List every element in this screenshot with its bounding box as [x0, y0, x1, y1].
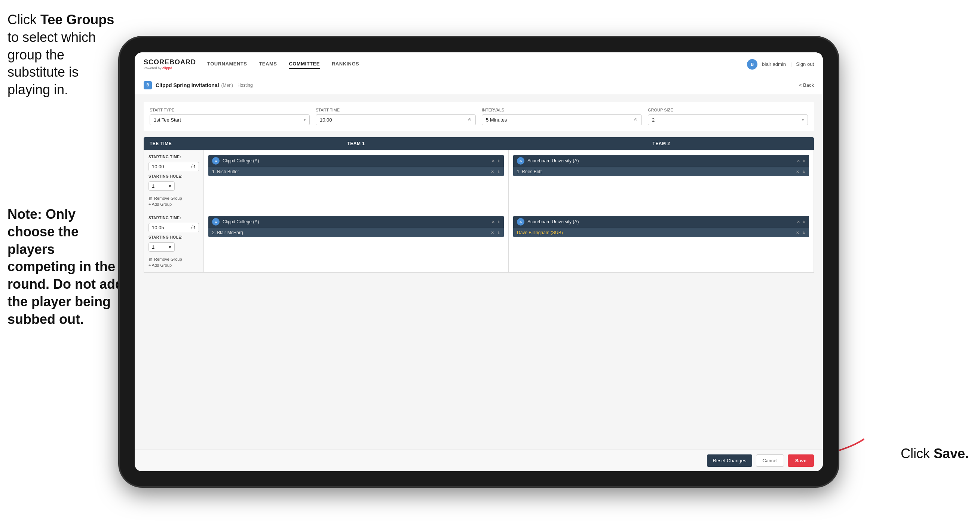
save-button[interactable]: Save	[788, 454, 814, 467]
team1-name-1: Clippd College (A)	[223, 158, 488, 164]
group-size-group: Group Size 2 ▾	[648, 108, 808, 125]
team2-remove-2[interactable]: ✕	[797, 220, 800, 224]
main-instruction: Click Tee Groups to select which group t…	[8, 11, 123, 99]
nav-teams[interactable]: TEAMS	[259, 59, 277, 69]
intervals-input[interactable]: 5 Minutes ⏱	[482, 115, 642, 125]
player-row: 1. Rich Butler ✕ ⇕	[208, 167, 504, 176]
team1-arrows-2[interactable]: ⇕	[497, 220, 500, 224]
group-size-input[interactable]: 2 ▾	[648, 115, 808, 125]
group-size-label: Group Size	[648, 108, 808, 112]
tournament-badge: B	[144, 81, 152, 89]
team1-header-2: C Clippd College (A) ✕ ⇕	[208, 216, 504, 228]
remove-group-btn-1[interactable]: 🗑 Remove Group	[148, 196, 199, 201]
remove-group-btn-2[interactable]: 🗑 Remove Group	[148, 257, 199, 261]
starting-time-label-1: STARTING TIME:	[148, 155, 199, 159]
player-row: 1. Rees Britt ✕ ⇕	[513, 167, 809, 176]
th-team1: Team 1	[204, 137, 509, 150]
starting-time-input-1[interactable]: 10:00 ⏱	[148, 162, 199, 171]
main-content: Start Type 1st Tee Start ▾ Start Time 10…	[135, 94, 823, 450]
starting-hole-label-2: STARTING HOLE:	[148, 235, 199, 239]
tablet-frame: SCOREBOARD Powered by clippd TOURNAMENTS…	[120, 37, 838, 486]
note-bold-label: Note:	[8, 207, 46, 222]
player-remove-2-2[interactable]: ✕	[796, 231, 799, 235]
team1-header-1: C Clippd College (A) ✕ ⇕	[208, 155, 504, 167]
team1-remove-2[interactable]: ✕	[492, 220, 495, 224]
instruction-text-part1: Click	[8, 12, 40, 27]
player-sub-name-2-2: Dave Billingham (SUB)	[517, 230, 793, 235]
cancel-button[interactable]: Cancel	[756, 454, 784, 467]
team2-col-2: S Scoreboard University (A) ✕ ⇕ Dave Bil…	[509, 211, 813, 272]
remove-icon-1: 🗑	[148, 196, 153, 201]
add-group-btn-1[interactable]: + Add Group	[148, 202, 199, 207]
remove-icon-2: 🗑	[148, 257, 153, 261]
team2-remove-1[interactable]: ✕	[797, 159, 800, 164]
player-arrows-2-2[interactable]: ⇕	[802, 231, 805, 235]
team1-logo-1: C	[212, 157, 220, 165]
player-name-1-1: 1. Rich Butler	[212, 169, 488, 174]
tablet-screen: SCOREBOARD Powered by clippd TOURNAMENTS…	[135, 53, 823, 471]
starting-time-label-2: STARTING TIME:	[148, 216, 199, 220]
start-type-caret: ▾	[304, 118, 305, 122]
player-row-sub: Dave Billingham (SUB) ✕ ⇕	[513, 228, 809, 237]
team1-entry-1: C Clippd College (A) ✕ ⇕ 1. Rich Butler …	[208, 155, 504, 176]
click-save-part1: Click	[901, 446, 934, 461]
team2-logo-2: S	[517, 218, 524, 226]
intervals-group: Intervals 5 Minutes ⏱	[482, 108, 642, 125]
team2-header-1: S Scoreboard University (A) ✕ ⇕	[513, 155, 809, 167]
user-name: blair admin	[762, 61, 786, 67]
sign-out-link[interactable]: Sign out	[796, 61, 814, 67]
group-size-caret: ▾	[802, 118, 804, 122]
nav-links: TOURNAMENTS TEAMS COMMITTEE RANKINGS	[207, 59, 747, 69]
team1-controls-2: ✕ ⇕	[492, 220, 500, 224]
table-header: Tee Time Team 1 Team 2	[144, 137, 814, 150]
team1-logo-2: C	[212, 218, 220, 226]
back-button[interactable]: < Back	[799, 82, 814, 88]
team1-arrows-1[interactable]: ⇕	[497, 159, 500, 163]
team2-arrows-1[interactable]: ⇕	[802, 159, 805, 163]
nav-tournaments[interactable]: TOURNAMENTS	[207, 59, 247, 69]
nav-user: B blair admin | Sign out	[747, 59, 814, 70]
team1-name-2: Clippd College (A)	[223, 219, 488, 224]
start-time-label: Start Time	[316, 108, 476, 112]
group-actions-1: 🗑 Remove Group + Add Group	[148, 196, 199, 207]
player-arrows-1-1[interactable]: ⇕	[497, 170, 500, 174]
time-clock-icon-1: ⏱	[191, 164, 196, 169]
group-actions-2: 🗑 Remove Group + Add Group	[148, 257, 199, 267]
start-time-input[interactable]: 10:00 ⏱	[316, 115, 476, 125]
team2-entry-2: S Scoreboard University (A) ✕ ⇕ Dave Bil…	[513, 216, 809, 237]
logo-powered: Powered by clippd	[144, 66, 196, 70]
nav-separator: |	[791, 61, 791, 67]
player-arrows-2-1[interactable]: ⇕	[802, 170, 805, 174]
nav-committee[interactable]: COMMITTEE	[289, 59, 320, 69]
team1-col-2: C Clippd College (A) ✕ ⇕ 2. Blair McHarg…	[204, 211, 509, 272]
player-name-1-2: 2. Blair McHarg	[212, 230, 488, 235]
player-name-2-1: 1. Rees Britt	[517, 169, 793, 174]
starting-hole-input-1[interactable]: 1 ▾	[148, 182, 175, 191]
player-arrows-1-2[interactable]: ⇕	[497, 231, 500, 235]
team2-name-1: Scoreboard University (A)	[527, 158, 794, 164]
hole-arrow-icon-2: ▾	[169, 244, 171, 250]
table-row: STARTING TIME: 10:00 ⏱ STARTING HOLE: 1 …	[144, 150, 813, 211]
note-instruction: Note: Only choose the players competing …	[8, 206, 123, 328]
add-group-btn-2[interactable]: + Add Group	[148, 263, 199, 267]
player-remove-2-1[interactable]: ✕	[796, 169, 799, 174]
player-remove-1-2[interactable]: ✕	[491, 231, 494, 235]
logo-area: SCOREBOARD Powered by clippd	[144, 58, 196, 70]
reset-changes-button[interactable]: Reset Changes	[707, 454, 752, 467]
starting-hole-label-1: STARTING HOLE:	[148, 174, 199, 178]
team2-controls-1: ✕ ⇕	[797, 159, 805, 164]
start-time-caret: ⏱	[468, 118, 472, 122]
tournament-name: Clippd Spring Invitational	[156, 82, 219, 88]
intervals-label: Intervals	[482, 108, 642, 112]
settings-row: Start Type 1st Tee Start ▾ Start Time 10…	[144, 102, 814, 131]
starting-hole-input-2[interactable]: 1 ▾	[148, 242, 175, 252]
starting-time-input-2[interactable]: 10:05 ⏱	[148, 223, 199, 232]
team2-arrows-2[interactable]: ⇕	[802, 220, 805, 224]
start-type-input[interactable]: 1st Tee Start ▾	[150, 115, 310, 125]
nav-rankings[interactable]: RANKINGS	[332, 59, 359, 69]
team1-remove-1[interactable]: ✕	[492, 159, 495, 164]
click-save-bold: Save.	[934, 446, 969, 461]
intervals-caret: ⏱	[634, 118, 638, 122]
instruction-text-part2: to select which group the substitute is …	[8, 30, 96, 97]
player-remove-1-1[interactable]: ✕	[491, 169, 494, 174]
